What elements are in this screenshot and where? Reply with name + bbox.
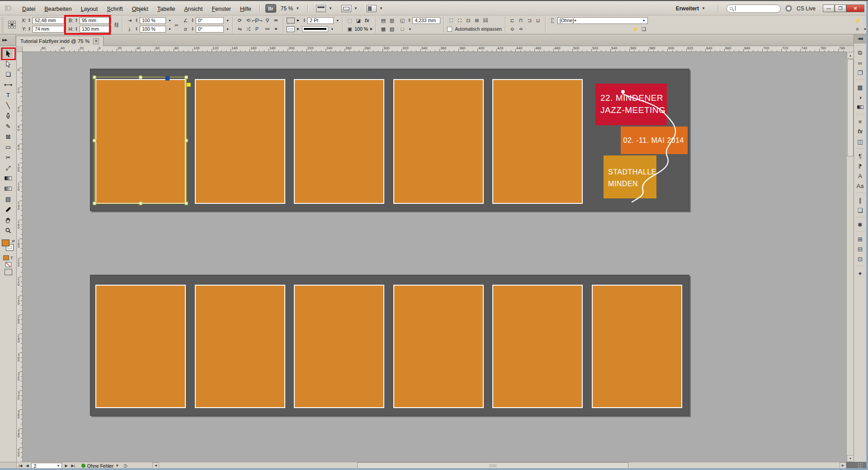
type-tool[interactable]: T [2, 90, 14, 100]
reference-point-proxy[interactable] [8, 21, 16, 28]
direct-selection-tool[interactable] [2, 59, 14, 69]
dock-group-grip[interactable] [856, 216, 865, 218]
selection-handle[interactable] [93, 139, 96, 142]
collapse-toolbar-icon[interactable]: ▶▶ [0, 34, 16, 46]
fill-color-swatch[interactable] [2, 240, 9, 246]
stroke-weight-field[interactable]: 2 Pt [307, 17, 334, 24]
rotation-field[interactable]: 0° [196, 17, 224, 24]
dock-group-grip[interactable] [856, 231, 865, 233]
menu-fenster[interactable]: Fenster [207, 4, 235, 14]
swatches-panel-icon[interactable]: ▦ [855, 82, 866, 92]
frame-tool[interactable]: ⊠ [2, 132, 14, 142]
selection-tool[interactable] [2, 48, 14, 59]
effects-icon[interactable]: fx [363, 17, 371, 24]
flip-both-icon[interactable]: ⤮ [245, 25, 252, 33]
rotate-cw-icon[interactable]: ⟳ [236, 17, 244, 24]
selection-handle[interactable] [185, 76, 188, 79]
scale-x-field[interactable]: 100 % [140, 17, 166, 24]
ruler-origin-corner[interactable] [17, 46, 23, 52]
chevron-down-icon[interactable]: ▼ [408, 28, 411, 31]
table-panel-icon[interactable]: ⊞ [855, 234, 866, 244]
selection-handle[interactable] [139, 202, 142, 205]
chevron-down-icon[interactable]: ▼ [168, 19, 171, 22]
corner-style-icon[interactable]: □ [398, 25, 406, 33]
panel-menu-icon[interactable]: ≡ [854, 25, 861, 33]
quick-apply-icon[interactable]: ⚡ [632, 25, 639, 33]
apply-color-icon[interactable] [3, 255, 9, 260]
eyedropper-tool[interactable] [2, 204, 14, 215]
align-options-icon[interactable]: ⊔ [534, 17, 542, 24]
autofit-checkbox[interactable] [447, 27, 452, 32]
chevron-right-icon[interactable]: ▶ [297, 19, 299, 22]
bridge-button[interactable]: Br [265, 4, 276, 13]
spread-1-page-2[interactable] [195, 79, 285, 204]
search-input[interactable] [726, 5, 781, 13]
distribute-horizontal-icon[interactable]: ≎ [509, 25, 516, 33]
window-resize-grip[interactable] [858, 463, 863, 468]
next-page-icon[interactable]: ▶ [63, 464, 69, 468]
horizontal-scroll-thumb[interactable] [357, 462, 628, 469]
wrap-object-icon[interactable]: ▦ [379, 25, 387, 33]
transparency-icon[interactable]: ◪ [354, 17, 362, 24]
height-field[interactable]: 130 mm [80, 26, 111, 33]
screen-mode-dropdown[interactable]: ▼ [337, 5, 362, 12]
selection-handle[interactable] [93, 76, 96, 79]
arrange-documents-dropdown[interactable]: ▼ [362, 5, 387, 12]
table-styles-panel-icon[interactable]: ⊟ [855, 244, 866, 254]
align-left-icon[interactable]: ⊏ [509, 17, 516, 24]
select-container-icon[interactable]: ⚲ [264, 17, 271, 24]
menu-datei[interactable]: Datei [18, 4, 40, 14]
flip-vertical-icon[interactable]: ⇋ [236, 25, 244, 33]
free-transform-tool[interactable]: ⤢ [2, 163, 14, 173]
wrap-jump-icon[interactable]: ▧ [388, 25, 396, 33]
chevron-down-icon[interactable]: ▼ [226, 28, 229, 31]
jazz-title-block[interactable]: 22. MINDENER JAZZ-MEETING [595, 84, 667, 125]
cell-styles-panel-icon[interactable]: ⊡ [855, 254, 866, 264]
jazz-venue-block[interactable]: STADTHALLE MINDEN [604, 155, 656, 198]
preflight-menu-icon[interactable]: ◷ [123, 463, 127, 468]
select-content-icon[interactable]: ⚮ [272, 17, 280, 24]
flip-horizontal-icon[interactable]: ⌐P¬ [253, 17, 261, 24]
x-field[interactable]: 52,48 mm [33, 17, 64, 24]
horizontal-ruler[interactable]: 6040200204060801001201401601802002202402… [17, 46, 846, 52]
corner-shape-icon[interactable]: ◱ [398, 17, 406, 24]
last-page-icon[interactable]: ▶| [70, 464, 77, 468]
vertical-ruler[interactable]: 02 04 06 08 01 0 01 2 01 4 01 6 01 8 02 … [17, 52, 23, 462]
gradient-panel-icon[interactable] [855, 102, 866, 112]
vertical-scroll-thumb[interactable] [847, 59, 854, 156]
panel-grip[interactable] [1, 17, 4, 33]
scale-x-stepper[interactable]: ▲▼ [134, 18, 139, 23]
link-scale-icon[interactable]: ∞ [173, 21, 180, 28]
live-corner-handle[interactable] [187, 83, 191, 87]
center-content-icon[interactable]: 回 [481, 17, 489, 24]
selection-handle[interactable] [93, 202, 96, 205]
corner-radius-stepper[interactable]: ▲▼ [407, 18, 411, 23]
menu-bearbeiten[interactable]: Bearbeiten [40, 4, 76, 14]
object-style-icon[interactable]: ⣏ [549, 17, 557, 24]
note-tool[interactable]: ▤ [2, 194, 14, 204]
scroll-right-icon[interactable]: ▶ [840, 462, 846, 469]
shear-field[interactable]: 0° [196, 26, 224, 33]
dock-group-grip[interactable] [856, 79, 865, 81]
paragraph-panel-icon[interactable]: ¶ [855, 151, 866, 161]
stroke-swatch[interactable] [287, 26, 295, 32]
object-style-dropdown[interactable]: [Ohne]+ ▼ [557, 17, 648, 24]
lightning-icon[interactable]: ⚡ [854, 17, 861, 24]
normal-view-mode-icon[interactable] [5, 269, 12, 275]
wrap-none-icon[interactable]: ▤ [379, 17, 387, 24]
selection-frame[interactable] [94, 77, 187, 204]
pages-panel-icon[interactable]: ❐ [855, 68, 866, 78]
opacity-value[interactable]: 100 % [354, 26, 368, 32]
menu-hilfe[interactable]: Hilfe [236, 4, 256, 14]
cs-live-label[interactable]: CS Live [797, 5, 816, 12]
dock-group-grip[interactable] [856, 265, 865, 267]
character-panel-icon[interactable]: A [855, 171, 866, 181]
menu-objekt[interactable]: Objekt [127, 4, 153, 14]
menu-ansicht[interactable]: Ansicht [179, 4, 207, 14]
restore-button[interactable]: ❐ [835, 5, 846, 12]
pen-tool[interactable] [2, 111, 14, 121]
spread-2-page-1[interactable] [95, 285, 186, 408]
first-page-icon[interactable]: |◀ [17, 464, 24, 468]
height-stepper[interactable]: ▲▼ [74, 27, 79, 31]
gap-tool[interactable]: ⟷ [2, 80, 14, 90]
